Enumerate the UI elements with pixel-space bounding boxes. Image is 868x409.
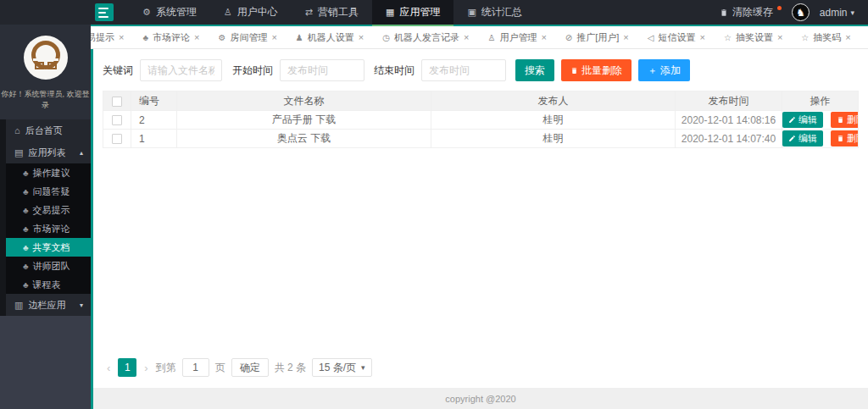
top-menu: ⚙ 系统管理 ♙ 用户中心 ⇄ 营销工具 ▦ 应用管理 ▣ 统计汇总 xyxy=(129,0,536,25)
sidebar-group-sidebar-apps[interactable]: ▥ 边栏应用 ▾ xyxy=(6,294,91,316)
close-icon[interactable]: × xyxy=(119,32,124,42)
add-button[interactable]: ＋ 添加 xyxy=(638,59,690,81)
leaf-icon: ♣ xyxy=(23,169,29,178)
trash-icon xyxy=(570,67,578,75)
batch-delete-button[interactable]: 批量删除 xyxy=(561,59,632,81)
close-icon[interactable]: × xyxy=(271,32,276,42)
current-page-button[interactable]: 1 xyxy=(118,358,136,377)
gear-icon: ⚙ xyxy=(218,33,225,42)
gear-icon: ⚙ xyxy=(142,7,151,18)
goto-page-input[interactable] xyxy=(182,358,209,377)
sidebar-item-course-table[interactable]: ♣ 课程表 xyxy=(6,275,91,294)
user-dropdown[interactable]: admin ▾ xyxy=(820,7,854,19)
next-page-button[interactable]: › xyxy=(142,362,149,374)
trash-icon xyxy=(720,8,728,17)
goto-prefix-label: 到第 xyxy=(156,361,176,375)
keyword-label: 关键词 xyxy=(103,64,133,78)
top-menu-marketing-tools[interactable]: ⇄ 营销工具 xyxy=(292,0,372,25)
pencil-icon xyxy=(788,135,796,142)
goto-suffix-label: 页 xyxy=(215,361,225,375)
avatar[interactable]: ♞ xyxy=(792,3,810,21)
clock-icon: ◷ xyxy=(382,33,390,42)
sidebar-item-question-answer[interactable]: ♣ 问题答疑 xyxy=(6,182,91,201)
delete-button[interactable]: 删除 xyxy=(831,130,858,146)
sidebar-item-lecturer-team[interactable]: ♣ 讲师团队 xyxy=(6,257,91,275)
close-icon[interactable]: × xyxy=(699,32,704,42)
menu-toggle-button[interactable] xyxy=(95,3,114,21)
top-menu-system-mgmt[interactable]: ⚙ 系统管理 xyxy=(129,0,210,25)
keyword-input[interactable] xyxy=(140,59,222,81)
cell-publisher: 桂明 xyxy=(431,130,676,148)
cell-filename: 奥点云 下载 xyxy=(177,130,431,148)
row-checkbox[interactable] xyxy=(112,134,122,144)
tab-lottery-settings[interactable]: ☆ 抽奖设置 × xyxy=(715,26,792,48)
stats-icon: ▣ xyxy=(467,7,476,18)
col-header-filename: 文件名称 xyxy=(177,91,431,111)
top-menu-app-mgmt[interactable]: ▦ 应用管理 xyxy=(372,0,453,25)
start-time-input[interactable] xyxy=(280,59,364,81)
sidebar-item-market-comment[interactable]: ♣ 市场评论 xyxy=(6,219,91,238)
filter-bar: 关键词 开始时间 结束时间 搜索 批量删除 ＋ 添加 xyxy=(103,59,859,81)
tab-robot-speech-log[interactable]: ◷ 机器人发言记录 × xyxy=(373,26,478,48)
tools-icon: ⇄ xyxy=(305,7,313,18)
notification-dot xyxy=(777,6,782,10)
close-icon[interactable]: × xyxy=(845,32,850,42)
main-area: 易提示 × ♣ 市场评论 × ⚙ 房间管理 × ♟ 机器人设置 × ◷ 机器人发… xyxy=(91,25,868,409)
copyright-text: copyright @2020 xyxy=(445,394,515,404)
close-icon[interactable]: × xyxy=(464,32,469,42)
goto-confirm-button[interactable]: 确定 xyxy=(231,358,269,377)
top-menu-stats-summary[interactable]: ▣ 统计汇总 xyxy=(453,0,535,25)
sidebar-item-shared-docs[interactable]: ♣ 共享文档 xyxy=(6,238,91,257)
documents-table: 编号 文件名称 发布人 发布时间 操作 2 产品手册 下载 桂明 2020-12… xyxy=(103,91,859,148)
end-time-input[interactable] xyxy=(421,59,506,81)
tab-sms-settings[interactable]: ◁ 短信设置 × xyxy=(638,26,715,48)
pencil-icon xyxy=(788,116,796,124)
top-menu-user-center[interactable]: ♙ 用户中心 xyxy=(210,0,292,25)
col-header-time: 发布时间 xyxy=(676,91,782,111)
cell-time: 2020-12-01 14:08:16 xyxy=(676,111,782,130)
sidebar-item-trade-tips[interactable]: ♣ 交易提示 xyxy=(6,201,91,219)
leaf-icon: ♣ xyxy=(23,243,29,252)
tab-lottery-code[interactable]: ☆ 抽奖码 × xyxy=(792,26,860,48)
tab-user-mgmt[interactable]: ♙ 用户管理 × xyxy=(478,26,555,48)
sidebar-group-app-list[interactable]: ▤ 应用列表 ▴ xyxy=(6,141,91,163)
trash-icon xyxy=(837,116,844,124)
send-icon: ◁ xyxy=(648,33,654,42)
chevron-down-icon: ▾ xyxy=(850,8,854,17)
tab-course-table[interactable]: ♣ 课程表 × xyxy=(860,26,868,48)
clear-cache-button[interactable]: 清除缓存 xyxy=(720,5,782,19)
expand-arrow-icon: ▾ xyxy=(80,301,83,309)
robot-icon: ♟ xyxy=(296,33,303,42)
tab-robot-settings[interactable]: ♟ 机器人设置 × xyxy=(287,26,373,48)
cell-time: 2020-12-01 14:07:40 xyxy=(676,130,782,148)
tab-room-mgmt[interactable]: ⚙ 房间管理 × xyxy=(209,26,286,48)
leaf-icon: ♣ xyxy=(23,224,29,234)
topbar-right: 清除缓存 ♞ admin ▾ xyxy=(720,3,868,21)
promo-icon: ⊘ xyxy=(565,33,572,42)
tab-market-comment[interactable]: ♣ 市场评论 × xyxy=(133,26,209,48)
delete-button[interactable]: 删除 xyxy=(831,112,858,128)
edit-button[interactable]: 编辑 xyxy=(782,112,823,128)
select-all-checkbox[interactable] xyxy=(112,97,122,107)
sidebar-item-backstage-home[interactable]: ⌂ 后台首页 xyxy=(6,119,91,141)
leaf-icon: ♣ xyxy=(23,187,29,196)
close-icon[interactable]: × xyxy=(541,32,546,42)
start-time-label: 开始时间 xyxy=(232,64,273,78)
close-icon[interactable]: × xyxy=(623,32,628,42)
sidebar-apps-icon: ▥ xyxy=(14,300,23,311)
page-size-select[interactable]: 15 条/页 ▾ xyxy=(312,358,372,377)
edit-button[interactable]: 编辑 xyxy=(782,130,823,146)
home-icon: ⌂ xyxy=(14,125,20,135)
close-icon[interactable]: × xyxy=(777,32,782,42)
tab-tip[interactable]: 易提示 × xyxy=(91,26,133,48)
footer: copyright @2020 xyxy=(93,388,868,409)
tab-promo-user[interactable]: ⊘ 推广[用户] × xyxy=(556,26,638,48)
leaf-icon: ♣ xyxy=(23,280,29,290)
search-button[interactable]: 搜索 xyxy=(515,59,554,81)
cell-id: 2 xyxy=(131,111,177,130)
row-checkbox[interactable] xyxy=(112,115,122,125)
close-icon[interactable]: × xyxy=(359,32,364,42)
close-icon[interactable]: × xyxy=(194,32,199,42)
sidebar-item-operation-advice[interactable]: ♣ 操作建议 xyxy=(6,163,91,182)
prev-page-button[interactable]: ‹ xyxy=(105,362,112,374)
